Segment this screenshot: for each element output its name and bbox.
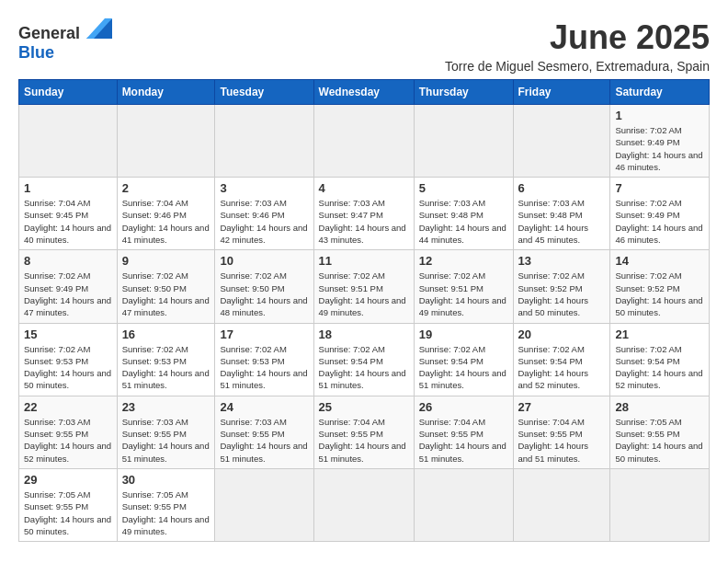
day-number: 24 bbox=[220, 400, 308, 414]
calendar-table: SundayMondayTuesdayWednesdayThursdayFrid… bbox=[18, 79, 710, 542]
sunset-text: Sunset: 9:46 PM bbox=[122, 209, 210, 221]
sunrise-text: Sunrise: 7:03 AM bbox=[220, 416, 308, 428]
day-number: 27 bbox=[518, 400, 606, 414]
logo-blue: Blue bbox=[18, 43, 54, 62]
sunrise-text: Sunrise: 7:03 AM bbox=[319, 197, 409, 209]
day-number: 26 bbox=[419, 400, 508, 414]
calendar-cell: 7Sunrise: 7:02 AMSunset: 9:49 PMDaylight… bbox=[610, 178, 710, 250]
sunrise-text: Sunrise: 7:02 AM bbox=[615, 197, 704, 209]
daylight-text: Daylight: 14 hours and 51 minutes. bbox=[419, 440, 508, 465]
sunrise-text: Sunrise: 7:02 AM bbox=[615, 270, 704, 282]
calendar-week-6: 29Sunrise: 7:05 AMSunset: 9:55 PMDayligh… bbox=[19, 468, 710, 541]
day-number: 22 bbox=[24, 400, 112, 414]
day-header-sunday: Sunday bbox=[19, 80, 118, 105]
sunrise-text: Sunrise: 7:02 AM bbox=[419, 343, 508, 355]
sunrise-text: Sunrise: 7:03 AM bbox=[122, 416, 210, 428]
daylight-text: Daylight: 14 hours and 44 minutes. bbox=[419, 222, 508, 247]
calendar-cell bbox=[313, 468, 414, 541]
sunrise-text: Sunrise: 7:02 AM bbox=[319, 270, 409, 282]
sunrise-text: Sunrise: 7:02 AM bbox=[319, 343, 409, 355]
daylight-text: Daylight: 14 hours and 51 minutes. bbox=[319, 440, 409, 465]
calendar-cell: 8Sunrise: 7:02 AMSunset: 9:49 PMDaylight… bbox=[19, 250, 118, 323]
calendar-cell bbox=[313, 105, 414, 178]
sunrise-text: Sunrise: 7:04 AM bbox=[419, 416, 508, 428]
day-number: 5 bbox=[419, 181, 508, 195]
calendar-week-5: 22Sunrise: 7:03 AMSunset: 9:55 PMDayligh… bbox=[19, 396, 710, 468]
calendar-cell: 14Sunrise: 7:02 AMSunset: 9:52 PMDayligh… bbox=[610, 250, 710, 323]
sunrise-text: Sunrise: 7:02 AM bbox=[220, 270, 308, 282]
daylight-text: Daylight: 14 hours and 51 minutes. bbox=[122, 367, 210, 392]
calendar-cell: 17Sunrise: 7:02 AMSunset: 9:53 PMDayligh… bbox=[215, 323, 313, 396]
sunset-text: Sunset: 9:55 PM bbox=[419, 428, 508, 440]
location-title: Torre de Miguel Sesmero, Extremadura, Sp… bbox=[445, 59, 710, 74]
daylight-text: Daylight: 14 hours and 50 minutes. bbox=[518, 294, 606, 319]
logo-text: General Blue bbox=[18, 18, 112, 63]
calendar-cell bbox=[414, 468, 513, 541]
sunrise-text: Sunrise: 7:04 AM bbox=[319, 416, 409, 428]
calendar-cell: 11Sunrise: 7:02 AMSunset: 9:51 PMDayligh… bbox=[313, 250, 414, 323]
sunrise-text: Sunrise: 7:05 AM bbox=[24, 488, 112, 500]
calendar-cell: 5Sunrise: 7:03 AMSunset: 9:48 PMDaylight… bbox=[414, 178, 513, 250]
sunset-text: Sunset: 9:48 PM bbox=[518, 209, 606, 221]
sunset-text: Sunset: 9:55 PM bbox=[615, 428, 704, 440]
sunrise-text: Sunrise: 7:02 AM bbox=[518, 343, 606, 355]
calendar-cell bbox=[513, 468, 610, 541]
sunrise-text: Sunrise: 7:04 AM bbox=[518, 416, 606, 428]
logo-general: General bbox=[18, 24, 80, 42]
daylight-text: Daylight: 14 hours and 51 minutes. bbox=[220, 440, 308, 465]
day-number: 1 bbox=[615, 109, 704, 122]
day-header-saturday: Saturday bbox=[610, 80, 710, 105]
logo: General Blue bbox=[18, 18, 112, 63]
sunrise-text: Sunrise: 7:02 AM bbox=[518, 270, 606, 282]
daylight-text: Daylight: 14 hours and 51 minutes. bbox=[220, 367, 308, 392]
calendar-cell: 23Sunrise: 7:03 AMSunset: 9:55 PMDayligh… bbox=[117, 396, 215, 468]
sunset-text: Sunset: 9:48 PM bbox=[419, 209, 508, 221]
calendar-cell bbox=[117, 105, 215, 178]
sunset-text: Sunset: 9:54 PM bbox=[419, 355, 508, 367]
sunset-text: Sunset: 9:51 PM bbox=[319, 282, 409, 294]
calendar-cell: 25Sunrise: 7:04 AMSunset: 9:55 PMDayligh… bbox=[313, 396, 414, 468]
calendar-cell: 2Sunrise: 7:04 AMSunset: 9:46 PMDaylight… bbox=[117, 178, 215, 250]
calendar-cell: 24Sunrise: 7:03 AMSunset: 9:55 PMDayligh… bbox=[215, 396, 313, 468]
day-number: 14 bbox=[615, 254, 704, 268]
day-header-tuesday: Tuesday bbox=[215, 80, 313, 105]
calendar-cell: 4Sunrise: 7:03 AMSunset: 9:47 PMDaylight… bbox=[313, 178, 414, 250]
daylight-text: Daylight: 14 hours and 43 minutes. bbox=[319, 222, 409, 247]
daylight-text: Daylight: 14 hours and 46 minutes. bbox=[615, 222, 704, 247]
day-number: 20 bbox=[518, 327, 606, 341]
daylight-text: Daylight: 14 hours and 50 minutes. bbox=[24, 513, 112, 538]
day-number: 2 bbox=[122, 181, 210, 195]
sunset-text: Sunset: 9:53 PM bbox=[24, 355, 112, 367]
sunset-text: Sunset: 9:52 PM bbox=[615, 282, 704, 294]
day-number: 3 bbox=[220, 181, 308, 195]
calendar-cell: 16Sunrise: 7:02 AMSunset: 9:53 PMDayligh… bbox=[117, 323, 215, 396]
daylight-text: Daylight: 14 hours and 49 minutes. bbox=[122, 513, 210, 538]
day-number: 16 bbox=[122, 327, 210, 341]
day-header-monday: Monday bbox=[117, 80, 215, 105]
sunset-text: Sunset: 9:47 PM bbox=[319, 209, 409, 221]
calendar-cell: 30Sunrise: 7:05 AMSunset: 9:55 PMDayligh… bbox=[117, 468, 215, 541]
sunrise-text: Sunrise: 7:02 AM bbox=[419, 270, 508, 282]
sunset-text: Sunset: 9:49 PM bbox=[24, 282, 112, 294]
sunset-text: Sunset: 9:53 PM bbox=[220, 355, 308, 367]
sunset-text: Sunset: 9:49 PM bbox=[615, 209, 704, 221]
sunset-text: Sunset: 9:50 PM bbox=[122, 282, 210, 294]
sunset-text: Sunset: 9:54 PM bbox=[319, 355, 409, 367]
calendar-header-row: SundayMondayTuesdayWednesdayThursdayFrid… bbox=[19, 80, 710, 105]
sunrise-text: Sunrise: 7:04 AM bbox=[24, 197, 112, 209]
day-number: 1 bbox=[24, 181, 112, 195]
daylight-text: Daylight: 14 hours and 51 minutes. bbox=[122, 440, 210, 465]
calendar-cell: 26Sunrise: 7:04 AMSunset: 9:55 PMDayligh… bbox=[414, 396, 513, 468]
day-number: 4 bbox=[319, 181, 409, 195]
page-header: General Blue June 2025 Torre de Miguel S… bbox=[18, 18, 710, 74]
sunrise-text: Sunrise: 7:02 AM bbox=[220, 343, 308, 355]
day-header-wednesday: Wednesday bbox=[313, 80, 414, 105]
daylight-text: Daylight: 14 hours and 47 minutes. bbox=[122, 294, 210, 319]
calendar-cell: 29Sunrise: 7:05 AMSunset: 9:55 PMDayligh… bbox=[19, 468, 118, 541]
daylight-text: Daylight: 14 hours and 40 minutes. bbox=[24, 222, 112, 247]
calendar-cell bbox=[19, 105, 118, 178]
sunset-text: Sunset: 9:51 PM bbox=[419, 282, 508, 294]
calendar-cell: 21Sunrise: 7:02 AMSunset: 9:54 PMDayligh… bbox=[610, 323, 710, 396]
daylight-text: Daylight: 14 hours and 45 minutes. bbox=[518, 222, 606, 247]
day-number: 9 bbox=[122, 254, 210, 268]
